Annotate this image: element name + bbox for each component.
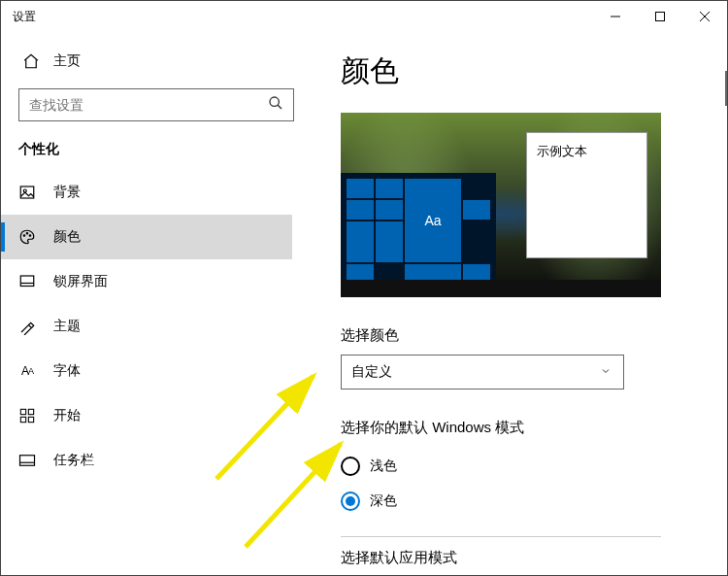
app-mode-label: 选择默认应用模式 — [341, 549, 688, 567]
preview-sample-window: 示例文本 — [526, 132, 647, 258]
svg-rect-18 — [20, 456, 35, 466]
svg-rect-14 — [20, 409, 25, 414]
font-icon: AA — [18, 362, 36, 380]
windows-mode-radios: 浅色 深色 — [341, 449, 688, 519]
lockscreen-icon — [18, 273, 36, 290]
sidebar-item-label: 锁屏界面 — [53, 273, 108, 290]
picture-icon — [18, 184, 36, 201]
preview-sample-text: 示例文本 — [537, 144, 587, 158]
radio-label: 浅色 — [370, 457, 397, 475]
sidebar-section-title: 个性化 — [1, 135, 312, 170]
chevron-down-icon — [600, 364, 612, 380]
palette-icon — [18, 228, 36, 246]
choose-color-dropdown[interactable]: 自定义 — [341, 355, 624, 390]
preview-tile-accent: Aa — [405, 179, 461, 262]
sidebar: 主页 个性化 背景 — [1, 32, 312, 576]
sidebar-item-label: 字体 — [53, 362, 81, 380]
sidebar-item-fonts[interactable]: AA 字体 — [1, 349, 292, 393]
home-button[interactable]: 主页 — [5, 40, 292, 83]
sidebar-item-label: 颜色 — [53, 228, 81, 246]
search-box[interactable] — [18, 88, 294, 121]
sidebar-nav: 背景 颜色 — [1, 170, 312, 483]
svg-rect-1 — [656, 13, 665, 21]
radio-label: 深色 — [370, 492, 397, 510]
svg-point-10 — [29, 235, 31, 237]
radio-icon — [341, 491, 360, 511]
radio-light[interactable]: 浅色 — [341, 449, 688, 484]
window-buttons — [593, 1, 727, 32]
titlebar: 设置 — [1, 1, 727, 32]
svg-rect-15 — [28, 409, 33, 414]
svg-point-4 — [270, 97, 279, 106]
close-button[interactable] — [682, 1, 727, 32]
preview-taskbar — [341, 280, 661, 297]
maximize-button[interactable] — [638, 1, 682, 32]
svg-rect-16 — [20, 417, 25, 422]
taskbar-icon — [18, 452, 36, 469]
window-title: 设置 — [13, 9, 36, 25]
content-area: 颜色 Aa 示例文本 选择颜色 — [312, 32, 727, 576]
windows-mode-label: 选择你的默认 Windows 模式 — [341, 419, 688, 437]
theme-preview: Aa 示例文本 — [341, 113, 661, 297]
themes-icon — [18, 318, 36, 335]
sidebar-item-themes[interactable]: 主题 — [1, 304, 292, 349]
search-input[interactable] — [29, 97, 262, 113]
preview-start-menu: Aa — [341, 173, 496, 280]
svg-line-5 — [278, 105, 281, 109]
sidebar-item-label: 任务栏 — [53, 452, 94, 469]
minimize-button[interactable] — [593, 1, 638, 32]
choose-color-value: 自定义 — [351, 363, 392, 381]
divider — [341, 536, 661, 537]
sidebar-item-colors[interactable]: 颜色 — [1, 215, 292, 259]
svg-point-8 — [23, 235, 25, 237]
sidebar-item-start[interactable]: 开始 — [1, 393, 292, 438]
sidebar-item-background[interactable]: 背景 — [1, 170, 292, 215]
radio-icon — [341, 457, 360, 476]
home-icon — [22, 52, 40, 70]
svg-point-9 — [26, 233, 28, 235]
sidebar-item-lockscreen[interactable]: 锁屏界面 — [1, 259, 292, 304]
home-label: 主页 — [53, 52, 81, 70]
svg-rect-6 — [20, 186, 34, 198]
page-title: 颜色 — [341, 51, 688, 91]
radio-dark[interactable]: 深色 — [341, 484, 688, 519]
choose-color-label: 选择颜色 — [341, 326, 688, 345]
svg-rect-17 — [28, 417, 33, 422]
settings-window: 设置 主页 — [0, 0, 728, 576]
sidebar-item-label: 主题 — [53, 318, 81, 335]
svg-rect-11 — [20, 276, 34, 287]
sidebar-item-label: 背景 — [53, 184, 81, 201]
sidebar-item-taskbar[interactable]: 任务栏 — [1, 438, 292, 483]
sidebar-item-label: 开始 — [53, 407, 81, 424]
start-icon — [18, 407, 36, 424]
search-icon — [268, 95, 283, 115]
scrollbar[interactable] — [725, 71, 727, 106]
